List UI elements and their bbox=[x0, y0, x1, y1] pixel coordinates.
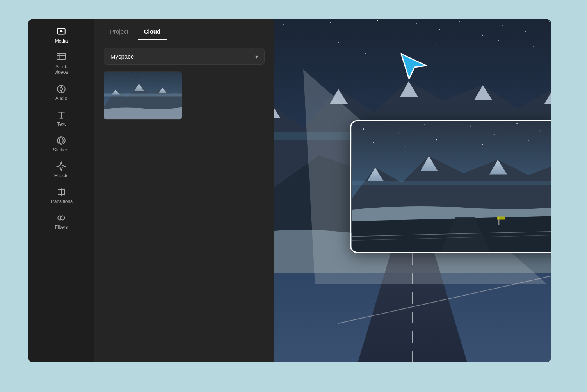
sidebar-item-media[interactable]: Media bbox=[28, 23, 94, 47]
svg-point-41 bbox=[549, 21, 550, 22]
svg-point-70 bbox=[436, 139, 437, 140]
svg-point-64 bbox=[493, 134, 494, 135]
svg-point-30 bbox=[311, 34, 311, 35]
svg-point-65 bbox=[516, 123, 518, 125]
svg-point-50 bbox=[498, 40, 499, 41]
effects-icon bbox=[56, 161, 66, 171]
sidebar-item-transitions[interactable]: Transitions bbox=[28, 183, 94, 207]
panel-tabs: Project Cloud bbox=[94, 23, 274, 40]
svg-point-49 bbox=[467, 50, 468, 50]
svg-point-17 bbox=[60, 216, 65, 220]
svg-point-20 bbox=[121, 75, 121, 75]
svg-rect-2 bbox=[57, 53, 66, 59]
svg-point-61 bbox=[425, 124, 426, 125]
svg-point-35 bbox=[416, 23, 417, 24]
text-icon bbox=[56, 110, 66, 120]
svg-point-44 bbox=[299, 52, 300, 52]
filters-icon bbox=[56, 213, 66, 223]
zoomed-preview bbox=[350, 120, 551, 253]
svg-point-46 bbox=[365, 53, 366, 54]
media-panel: Project Cloud Myspace ▾ bbox=[94, 19, 274, 362]
svg-point-19 bbox=[111, 78, 112, 78]
content-area: Project Cloud Myspace ▾ bbox=[94, 19, 551, 362]
audio-icon bbox=[56, 84, 66, 94]
stickers-icon bbox=[56, 135, 66, 146]
svg-point-62 bbox=[448, 130, 448, 130]
stock-videos-icon bbox=[56, 52, 66, 62]
sidebar-item-transitions-label: Transitions bbox=[50, 199, 73, 204]
svg-point-45 bbox=[338, 42, 339, 43]
chevron-down-icon: ▾ bbox=[255, 53, 258, 60]
svg-point-63 bbox=[470, 125, 471, 127]
svg-point-59 bbox=[379, 125, 379, 126]
sidebar-item-effects-label: Effects bbox=[54, 173, 68, 178]
svg-point-38 bbox=[482, 35, 483, 36]
svg-point-40 bbox=[525, 31, 526, 32]
thumbnail-grid bbox=[94, 71, 274, 120]
media-thumbnail[interactable] bbox=[104, 71, 182, 120]
dropdown-wrapper: Myspace ▾ bbox=[94, 40, 274, 71]
svg-point-21 bbox=[131, 80, 131, 80]
svg-point-22 bbox=[142, 74, 143, 75]
svg-rect-77 bbox=[497, 217, 505, 220]
svg-point-24 bbox=[166, 75, 166, 75]
transitions-icon bbox=[56, 187, 66, 197]
svg-point-32 bbox=[354, 28, 354, 29]
svg-point-36 bbox=[439, 29, 440, 30]
sidebar-item-filters[interactable]: Filters bbox=[28, 209, 94, 233]
svg-marker-1 bbox=[60, 30, 63, 33]
svg-rect-78 bbox=[352, 181, 551, 185]
svg-rect-26 bbox=[104, 94, 182, 97]
thumbnail-svg bbox=[104, 71, 182, 120]
svg-point-58 bbox=[363, 128, 364, 130]
sidebar-item-stickers-label: Stickers bbox=[53, 147, 70, 153]
svg-point-25 bbox=[176, 79, 176, 79]
tab-project[interactable]: Project bbox=[104, 23, 135, 40]
svg-point-37 bbox=[459, 21, 460, 22]
svg-point-6 bbox=[60, 88, 63, 91]
svg-point-47 bbox=[404, 48, 405, 48]
sidebar-item-stock-label: Stockvideos bbox=[55, 64, 68, 75]
dropdown-value: Myspace bbox=[110, 53, 134, 60]
app-window: Media Stockvideos Audio bbox=[28, 19, 551, 362]
sidebar-item-audio-label: Audio bbox=[55, 96, 68, 101]
sidebar-item-text[interactable]: Text bbox=[28, 106, 94, 130]
source-dropdown[interactable]: Myspace ▾ bbox=[104, 48, 265, 65]
svg-point-68 bbox=[373, 142, 374, 143]
tab-cloud[interactable]: Cloud bbox=[138, 23, 167, 40]
preview-area bbox=[274, 19, 551, 362]
svg-point-71 bbox=[482, 144, 483, 145]
svg-point-29 bbox=[283, 24, 284, 25]
svg-point-39 bbox=[502, 25, 503, 26]
svg-point-33 bbox=[377, 20, 378, 21]
sidebar-item-effects[interactable]: Effects bbox=[28, 157, 94, 182]
sidebar-item-stock-videos[interactable]: Stockvideos bbox=[28, 48, 94, 78]
sidebar-item-text-label: Text bbox=[57, 121, 66, 127]
svg-point-51 bbox=[533, 46, 534, 47]
svg-point-72 bbox=[528, 140, 529, 141]
svg-point-69 bbox=[406, 146, 406, 147]
svg-point-23 bbox=[154, 77, 155, 77]
sidebar-item-filters-label: Filters bbox=[55, 225, 68, 230]
sidebar: Media Stockvideos Audio bbox=[28, 19, 94, 362]
svg-point-34 bbox=[397, 32, 397, 33]
svg-point-14 bbox=[57, 137, 65, 144]
svg-point-66 bbox=[539, 130, 540, 131]
svg-point-60 bbox=[398, 132, 399, 134]
svg-point-31 bbox=[330, 22, 331, 23]
media-icon bbox=[56, 27, 66, 37]
zoomed-preview-svg bbox=[351, 121, 551, 252]
sidebar-item-media-label: Media bbox=[55, 38, 68, 44]
svg-point-48 bbox=[436, 44, 436, 45]
sidebar-item-audio[interactable]: Audio bbox=[28, 80, 94, 104]
sidebar-item-stickers[interactable]: Stickers bbox=[28, 132, 94, 156]
